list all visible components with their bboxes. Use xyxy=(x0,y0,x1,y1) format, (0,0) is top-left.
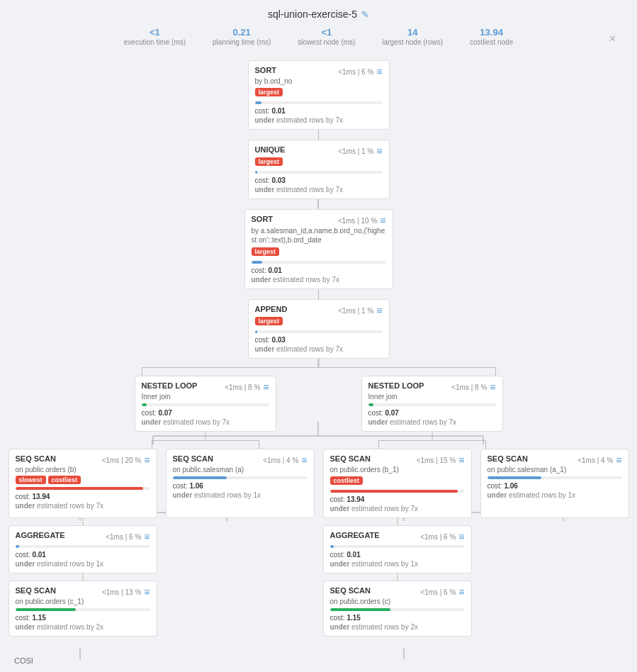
stat-slowest: <1 slowest node (ms) xyxy=(298,27,355,46)
unique-node: UNIQUE <1ms | 1 % ≡ largest cost: 0.03 u… xyxy=(248,140,390,199)
seq-scan-orders-c-menu[interactable]: ≡ xyxy=(458,586,464,598)
stat-largest-value: 14 xyxy=(382,27,443,38)
nested-loop-right-menu-icon[interactable]: ≡ xyxy=(490,381,495,393)
append-node: APPEND <1ms | 1 % ≡ largest cost: 0.03 u… xyxy=(248,299,390,359)
seq-scan-orders-c-timing: <1ms | 6 % xyxy=(420,588,456,596)
seq-scan-orders-b-timing: <1ms | 20 % xyxy=(102,457,142,464)
aggregate-left-menu[interactable]: ≡ xyxy=(144,531,150,542)
seq-scan-salesman-a-subtitle: on public.salesman (a) xyxy=(173,466,308,474)
seq-scan-salesman-a-title: SEQ SCAN xyxy=(173,454,213,463)
sort1-title: SORT xyxy=(255,66,277,74)
append-badge-largest: largest xyxy=(255,317,283,325)
seq-scan-orders-b1-cost: 13.94 xyxy=(346,495,364,503)
append-menu-icon[interactable]: ≡ xyxy=(376,305,382,316)
aggregate-right-cost: 0.01 xyxy=(346,551,360,559)
aggregate-right-node: AGGREGATE <1ms | 6 % ≡ cost: 0.01 under … xyxy=(323,525,472,573)
aggregate-left-timing: <1ms | 6 % xyxy=(106,533,141,541)
edit-icon[interactable]: ✎ xyxy=(361,9,369,20)
seq-scan-orders-c-title: SEQ SCAN xyxy=(330,586,371,595)
nested-loop-left-node: NESTED LOOP <1ms | 8 % ≡ Inner join cost… xyxy=(135,376,276,432)
unique-menu-icon[interactable]: ≡ xyxy=(376,145,382,157)
seq-scan-orders-b-menu[interactable]: ≡ xyxy=(144,454,150,466)
sort2-node: SORT <1ms | 10 % ≡ by a.salesman_id,a.na… xyxy=(244,209,393,289)
stats-bar: <1 execution time (ms) 0.21 planning tim… xyxy=(0,24,637,53)
aggregate-right-menu[interactable]: ≡ xyxy=(458,531,464,542)
sort1-badge-largest: largest xyxy=(255,88,283,96)
stat-costliest-value: 13.94 xyxy=(470,27,513,38)
aggregate-left-title: AGGREGATE xyxy=(16,531,65,539)
seq-scan-salesman-a-node: SEQ SCAN <1ms | 4 % ≡ on public.salesman… xyxy=(166,449,315,518)
stat-costliest-label: costliest node xyxy=(470,38,513,46)
close-button[interactable]: × xyxy=(609,33,616,45)
header: sql-union-exercise-5 ✎ xyxy=(0,0,637,24)
nested-loop-right-node: NESTED LOOP <1ms | 8 % ≡ Inner join cost… xyxy=(361,376,503,432)
unique-badge-largest: largest xyxy=(255,157,283,166)
sort2-cost: 0.01 xyxy=(268,267,281,274)
stat-execution-value: <1 xyxy=(124,27,186,38)
stat-costliest: 13.94 costliest node xyxy=(470,27,513,46)
seq-scan-salesman-a1-title: SEQ SCAN xyxy=(487,454,528,463)
seq-scan-orders-c1-timing: <1ms | 13 % xyxy=(102,588,142,596)
aggregate-right-title: AGGREGATE xyxy=(330,531,380,539)
append-cost: 0.03 xyxy=(271,336,285,344)
seq-scan-orders-c1-node: SEQ SCAN <1ms | 13 % ≡ on public.orders … xyxy=(9,581,157,637)
nested-loop-right-timing: <1ms | 8 % xyxy=(451,383,487,391)
seq-scan-orders-b1-subtitle: on public.orders (b_1) xyxy=(330,466,465,474)
sort2-timing: <1ms | 10 % xyxy=(338,217,378,225)
seq-scan-salesman-a1-cost: 1.06 xyxy=(504,482,517,490)
aggregate-left-cost: 0.01 xyxy=(32,551,45,559)
unique-title: UNIQUE xyxy=(255,145,286,154)
seq-scan-orders-b-badge-costliest: costliest xyxy=(48,476,81,484)
aggregate-right-timing: <1ms | 6 % xyxy=(420,533,456,541)
stat-planning-value: 0.21 xyxy=(213,27,271,38)
append-title: APPEND xyxy=(255,305,288,313)
tree-area: SORT <1ms | 6 % ≡ by b.ord_no largest co… xyxy=(0,53,637,651)
seq-scan-orders-b-cost: 13.94 xyxy=(32,493,50,500)
seq-scan-orders-c-node: SEQ SCAN <1ms | 6 % ≡ on public.orders (… xyxy=(323,581,472,637)
sort2-subtitle: by a.salesman_id,a.name,b.ord_no,('highe… xyxy=(252,226,386,245)
stat-planning: 0.21 planning time (ms) xyxy=(213,27,271,46)
stat-slowest-label: slowest node (ms) xyxy=(298,38,355,46)
nested-loop-right-title: NESTED LOOP xyxy=(368,381,424,390)
footer-cosi: COSI xyxy=(14,656,33,665)
seq-scan-salesman-a1-timing: <1ms | 4 % xyxy=(577,457,613,464)
footer: COSI xyxy=(0,651,637,672)
seq-scan-salesman-a-cost: 1.06 xyxy=(189,482,203,490)
nested-loop-left-subtitle: Inner join xyxy=(142,393,269,401)
aggregate-left-node: AGGREGATE <1ms | 6 % ≡ cost: 0.01 under … xyxy=(9,525,157,573)
nested-loop-right-cost: 0.07 xyxy=(385,409,398,417)
seq-scan-orders-c-cost: 1.15 xyxy=(346,614,360,622)
seq-scan-salesman-a-menu[interactable]: ≡ xyxy=(301,454,307,466)
unique-cost: 0.03 xyxy=(271,177,285,184)
seq-scan-orders-b-badge-slowest: slowest xyxy=(16,476,46,484)
seq-scan-orders-c1-title: SEQ SCAN xyxy=(16,586,56,595)
seq-scan-salesman-a1-menu[interactable]: ≡ xyxy=(616,454,621,466)
seq-scan-orders-c1-cost: 1.15 xyxy=(32,614,45,622)
sort1-node: SORT <1ms | 6 % ≡ by b.ord_no largest co… xyxy=(248,60,390,130)
seq-scan-orders-c1-subtitle: on public.orders (c_1) xyxy=(16,598,150,605)
seq-scan-orders-b-node: SEQ SCAN <1ms | 20 % ≡ on public.orders … xyxy=(9,449,157,518)
page-title: sql-union-exercise-5 xyxy=(268,9,357,20)
nested-loop-left-timing: <1ms | 8 % xyxy=(225,383,260,391)
nested-loop-right-subtitle: Inner join xyxy=(368,393,496,401)
seq-scan-orders-b1-badge-costliest: costliest xyxy=(330,476,363,485)
seq-scan-orders-c1-menu[interactable]: ≡ xyxy=(144,586,150,598)
stat-execution: <1 execution time (ms) xyxy=(124,27,186,46)
seq-scan-orders-b1-node: SEQ SCAN <1ms | 15 % ≡ on public.orders … xyxy=(323,449,472,518)
sort2-menu-icon[interactable]: ≡ xyxy=(380,215,385,226)
stat-execution-label: execution time (ms) xyxy=(124,38,186,46)
stat-planning-label: planning time (ms) xyxy=(213,38,271,46)
sort2-title: SORT xyxy=(252,215,274,223)
seq-scan-orders-b1-title: SEQ SCAN xyxy=(330,454,371,463)
unique-timing: <1ms | 1 % xyxy=(338,147,373,155)
seq-scan-salesman-a-timing: <1ms | 4 % xyxy=(263,457,298,464)
sort1-cost: 0.01 xyxy=(271,107,285,115)
seq-scan-orders-b1-menu[interactable]: ≡ xyxy=(458,454,464,466)
seq-scan-salesman-a1-subtitle: on public.salesman (a_1) xyxy=(487,466,622,474)
sort1-timing: <1ms | 6 % xyxy=(338,68,373,76)
stat-largest: 14 largest node (rows) xyxy=(382,27,443,46)
nested-loop-left-menu-icon[interactable]: ≡ xyxy=(263,381,269,393)
stat-slowest-value: <1 xyxy=(298,27,355,38)
sort1-menu-icon[interactable]: ≡ xyxy=(376,66,382,77)
nested-loop-left-cost: 0.07 xyxy=(158,409,171,417)
